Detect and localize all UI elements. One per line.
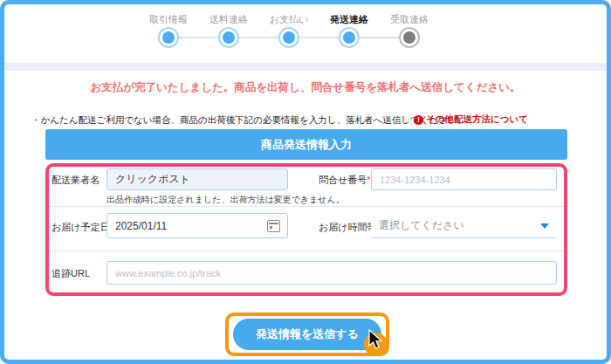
delivery-time-label: お届け時間帯 <box>319 221 377 234</box>
form-section-header: 商品発送情報入力 <box>45 129 567 160</box>
step-label-transaction-info: 取引情報 <box>134 13 203 26</box>
step-dot-shipping-notice <box>343 31 355 44</box>
transaction-page: 取引情報 送料連絡 お支払い 発送連絡 受取連絡 お支払が完了いたしました。商品… <box>0 0 611 364</box>
tracking-url-label: 追跡URL <box>51 267 90 280</box>
mouse-cursor-icon <box>366 329 385 350</box>
tracking-number-input[interactable] <box>371 168 557 190</box>
step-connector <box>299 37 339 38</box>
required-asterisk: * <box>367 175 370 185</box>
tracking-number-label: 問合せ番号* <box>319 174 371 187</box>
delivery-time-select[interactable]: 選択してください <box>371 213 557 238</box>
step-label-shipping-notice: 発送連絡 <box>314 13 384 26</box>
step-connector <box>360 37 399 38</box>
step-connector <box>239 37 278 38</box>
tracking-url-input[interactable] <box>106 261 557 285</box>
shipping-info-form: 配送業者名 出品作成時に設定されました、出荷方法は変更できません。 問合せ番号*… <box>45 163 567 296</box>
exclamation-circle-icon: ! <box>414 115 423 125</box>
carrier-name-input[interactable] <box>106 168 288 190</box>
instruction-row: ・かんたん配送ご利用でない場合、商品の出荷後下記の必要情報を入力し、落札者へ送信… <box>31 113 585 127</box>
step-connector <box>179 37 218 38</box>
send-shipping-info-button[interactable]: 発送情報を送信する <box>233 319 381 350</box>
row-divider <box>49 251 564 251</box>
step-dot-shipping-fee <box>223 31 235 44</box>
chevron-down-icon <box>540 223 549 229</box>
payment-complete-message: お支払が完了いたしました。商品を出荷し、問合せ番号を落札者へ送信してください。 <box>4 80 607 95</box>
step-dot-receipt-notice <box>403 31 415 44</box>
other-shipping-methods-link[interactable]: ! その他配送方法について <box>414 113 528 126</box>
delivery-date-input[interactable] <box>106 213 288 238</box>
section-divider-band <box>4 63 607 71</box>
step-dot-transaction-info <box>162 31 175 44</box>
delivery-date-label: お届け予定日* <box>51 221 113 234</box>
other-shipping-methods-label: その他配送方法について <box>426 113 528 126</box>
delivery-time-placeholder: 選択してください <box>379 218 464 233</box>
step-dot-payment <box>283 31 295 44</box>
carrier-name-label: 配送業者名 <box>51 174 100 187</box>
carrier-note: 出品作成時に設定されました、出荷方法は変更できません。 <box>106 194 345 206</box>
step-label-receipt-notice: 受取連絡 <box>374 13 444 26</box>
calendar-icon[interactable] <box>267 220 280 232</box>
progress-stepper: 取引情報 送料連絡 お支払い 発送連絡 受取連絡 <box>4 4 607 58</box>
row-divider <box>49 206 564 207</box>
step-label-shipping-fee: 送料連絡 <box>194 13 264 26</box>
instruction-text: ・かんたん配送ご利用でない場合、商品の出荷後下記の必要情報を入力し、落札者へ送信… <box>31 114 466 127</box>
step-label-payment: お支払い <box>254 13 324 26</box>
